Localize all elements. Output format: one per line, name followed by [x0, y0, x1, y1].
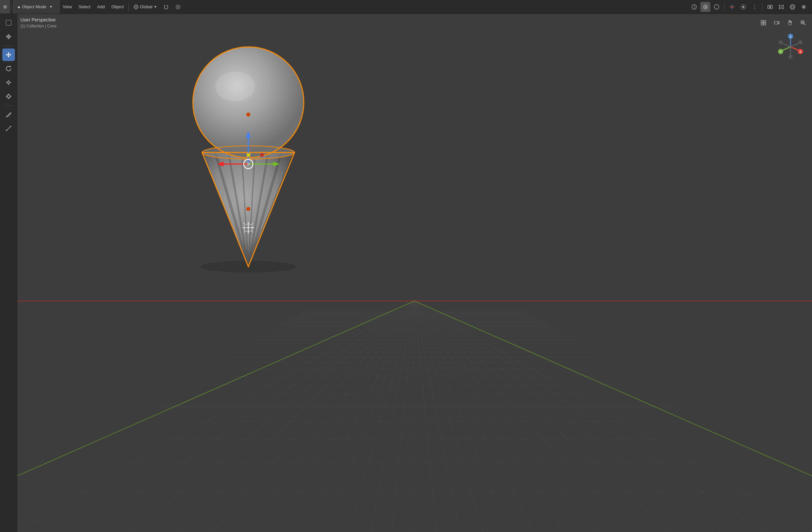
tool-sep-1 [4, 46, 14, 46]
scene-icon[interactable] [776, 2, 786, 12]
proportional-icon [175, 4, 180, 10]
header-bar: ⊞ ● Object Mode ▼ View Select Add Object… [0, 0, 812, 14]
header-sep-r2 [762, 3, 763, 11]
svg-line-32 [10, 114, 10, 114]
editor-type-menu[interactable]: ⊞ [0, 0, 10, 14]
transform-snap[interactable] [160, 0, 172, 14]
header-right: ⋮ [689, 2, 812, 12]
svg-marker-139 [778, 21, 779, 24]
svg-point-13 [769, 6, 771, 8]
scene-svg [17, 14, 812, 532]
svg-point-154 [779, 40, 783, 44]
svg-rect-134 [761, 20, 763, 23]
svg-text:Z: Z [789, 35, 792, 38]
render-icon[interactable] [765, 2, 775, 12]
svg-rect-122 [247, 153, 250, 157]
header-sep-r1 [724, 3, 725, 11]
viewport-shading-btn[interactable] [700, 2, 710, 12]
svg-point-111 [215, 72, 255, 101]
transform-global[interactable]: Global ▼ [130, 0, 160, 14]
mode-selector[interactable]: ● Object Mode ▼ [13, 0, 59, 14]
svg-point-7 [714, 5, 719, 9]
transform-tool[interactable] [2, 90, 15, 103]
svg-rect-123 [260, 153, 264, 157]
viewport-wire-btn[interactable] [712, 2, 722, 12]
svg-rect-18 [6, 20, 11, 26]
measure-tool[interactable] [2, 122, 15, 135]
svg-point-10 [742, 6, 744, 8]
svg-point-158 [788, 55, 793, 59]
pan-view-btn[interactable] [784, 17, 796, 28]
viewport-canvas: User Perspective (1) Collection | Cone [17, 14, 812, 532]
object-menu[interactable]: Object [108, 0, 127, 14]
tool-sep-2 [4, 105, 14, 106]
scale-tool[interactable] [2, 76, 15, 89]
add-menu[interactable]: Add [94, 0, 108, 14]
view-menu[interactable]: View [59, 0, 75, 14]
svg-point-126 [246, 207, 250, 211]
gizmo-toggle[interactable] [727, 2, 737, 12]
mode-icon: ● [17, 4, 20, 10]
svg-point-113 [246, 113, 250, 117]
svg-text:Y: Y [780, 50, 782, 54]
svg-point-17 [803, 6, 805, 8]
overlay-btn[interactable] [689, 2, 699, 12]
annotate-tool[interactable] [2, 108, 15, 121]
svg-rect-136 [761, 23, 763, 25]
left-toolbar [0, 14, 17, 532]
select-box-tool[interactable] [2, 16, 15, 29]
svg-rect-22 [8, 82, 10, 84]
svg-rect-138 [774, 21, 778, 24]
camera-view-btn[interactable] [771, 17, 782, 28]
svg-rect-135 [764, 20, 766, 23]
svg-rect-38 [17, 14, 812, 532]
svg-rect-27 [7, 95, 10, 98]
svg-rect-137 [764, 23, 766, 25]
add-label: Add [97, 4, 105, 9]
viewport-gizmo[interactable]: Z X Y [777, 34, 804, 60]
select-menu[interactable]: Select [75, 0, 94, 14]
cursor-tool[interactable] [2, 30, 15, 43]
transform-label: Global [140, 4, 153, 9]
svg-text:X: X [799, 50, 801, 54]
svg-point-4 [177, 6, 179, 8]
select-label: Select [78, 4, 90, 9]
rotate-tool[interactable] [2, 62, 15, 75]
move-tool[interactable] [2, 48, 15, 61]
viewport[interactable]: User Perspective (1) Collection | Cone [17, 14, 812, 532]
mode-label: Object Mode [22, 4, 46, 9]
zoom-view-btn[interactable] [797, 17, 809, 28]
snap-toggle[interactable] [738, 2, 748, 12]
snap-icon [133, 4, 139, 10]
svg-point-6 [703, 5, 708, 9]
svg-line-155 [791, 43, 800, 47]
viewport-icon-row [758, 17, 809, 28]
svg-point-125 [247, 163, 250, 165]
object-label: Object [111, 4, 124, 9]
view-label: View [63, 4, 72, 9]
header-sep-1 [12, 3, 12, 11]
extras-toggle[interactable]: ⋮ [750, 2, 759, 12]
mode-chevron: ▼ [49, 5, 53, 9]
editor-type-icon: ⊞ [3, 4, 7, 9]
viewport-controls: Z X Y [758, 17, 809, 28]
world-icon[interactable] [787, 2, 797, 12]
svg-line-141 [804, 24, 806, 26]
magnet-icon [163, 4, 169, 10]
svg-point-156 [798, 40, 802, 44]
svg-line-153 [781, 43, 791, 47]
proportional-edit[interactable] [172, 0, 184, 14]
quad-view-btn[interactable] [758, 17, 769, 28]
preferences-icon[interactable] [799, 2, 809, 12]
